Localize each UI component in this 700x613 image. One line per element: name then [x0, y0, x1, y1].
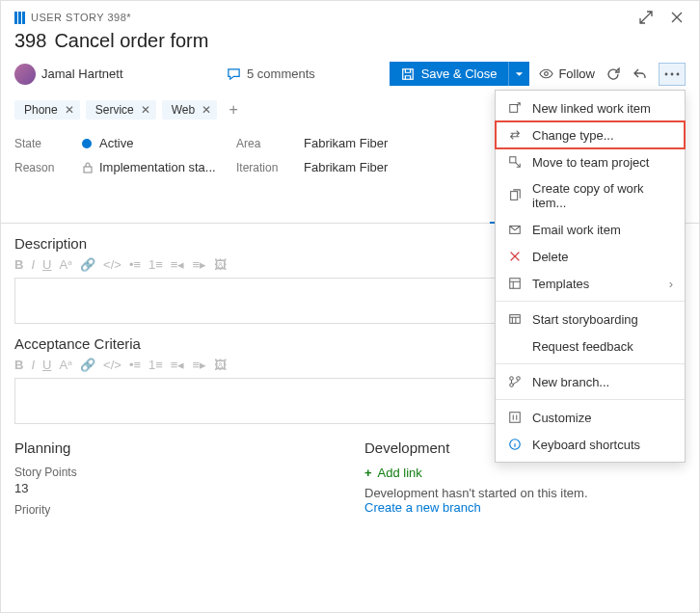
templates-icon [507, 276, 523, 291]
iteration-field[interactable]: Fabrikam Fiber [304, 160, 497, 174]
svg-point-1 [545, 72, 549, 76]
tag-service[interactable]: Service✕ [86, 100, 156, 120]
ellipsis-icon [664, 72, 680, 76]
tag-remove-icon[interactable]: ✕ [141, 103, 150, 117]
create-branch-link[interactable]: Create a new branch [364, 500, 686, 515]
priority-label: Priority [14, 503, 336, 517]
reason-label: Reason [14, 161, 82, 174]
email-icon [507, 222, 523, 237]
menu-shortcuts[interactable]: Keyboard shortcuts [496, 431, 685, 458]
more-actions-button[interactable] [659, 63, 686, 86]
menu-customize[interactable]: Customize [496, 404, 685, 431]
svg-rect-7 [510, 157, 516, 163]
lock-icon [82, 162, 94, 173]
tag-remove-icon[interactable]: ✕ [202, 103, 211, 117]
storyboard-icon [507, 311, 523, 327]
link-plus-icon [507, 100, 523, 116]
add-tag-button[interactable]: + [223, 99, 244, 120]
save-icon [401, 67, 415, 81]
info-icon [507, 437, 523, 452]
svg-point-4 [677, 72, 680, 75]
svg-rect-15 [510, 413, 521, 423]
add-link-button[interactable]: +Add link [364, 466, 686, 480]
tag-web[interactable]: Web✕ [162, 100, 217, 120]
area-label: Area [236, 137, 304, 150]
svg-rect-0 [402, 68, 413, 79]
chevron-right-icon: › [669, 277, 673, 291]
story-points-value[interactable]: 13 [14, 481, 336, 495]
assignee-name: Jamal Hartnett [41, 67, 123, 81]
assignee-field[interactable]: Jamal Hartnett [14, 64, 188, 85]
svg-point-2 [665, 72, 668, 75]
iteration-label: Iteration [236, 161, 304, 174]
state-dot-icon [82, 139, 92, 148]
copy-icon [507, 188, 523, 203]
save-close-button[interactable]: Save & Close [390, 62, 530, 86]
svg-point-14 [517, 377, 521, 381]
svg-point-3 [671, 72, 674, 75]
open-full-icon[interactable] [637, 9, 655, 26]
menu-email[interactable]: Email work item [496, 216, 685, 243]
delete-icon [507, 249, 523, 264]
user-story-icon [14, 12, 25, 24]
work-item-type-label: USER STORY 398* [14, 12, 131, 24]
close-icon[interactable] [668, 9, 686, 26]
comment-icon [227, 67, 241, 81]
development-text: Development hasn't started on this item. [364, 486, 686, 500]
feedback-icon [507, 338, 523, 354]
move-icon [507, 154, 523, 170]
svg-rect-8 [511, 192, 518, 200]
save-dropdown-button[interactable] [508, 62, 529, 86]
menu-new-branch[interactable]: New branch... [496, 368, 685, 395]
svg-rect-5 [84, 167, 92, 173]
tag-remove-icon[interactable]: ✕ [65, 103, 74, 117]
svg-rect-6 [510, 105, 518, 113]
svg-point-12 [510, 377, 514, 381]
svg-rect-10 [510, 279, 521, 289]
state-label: State [14, 137, 82, 150]
area-field[interactable]: Fabrikam Fiber [304, 136, 497, 150]
svg-rect-11 [510, 315, 521, 324]
story-points-label: Story Points [14, 466, 336, 479]
more-actions-menu: New linked work item Change type... Move… [495, 90, 686, 463]
planning-heading: Planning [14, 440, 336, 456]
menu-delete[interactable]: Delete [496, 243, 685, 270]
menu-templates[interactable]: Templates› [496, 270, 685, 297]
state-field[interactable]: Active [82, 136, 236, 150]
follow-button[interactable]: Follow [539, 67, 595, 81]
customize-icon [507, 410, 523, 425]
branch-icon [507, 374, 523, 389]
undo-icon[interactable] [632, 66, 649, 83]
menu-create-copy[interactable]: Create copy of work item... [496, 175, 685, 216]
menu-storyboard[interactable]: Start storyboarding [496, 306, 685, 333]
work-item-title[interactable]: 398Cancel order form [14, 30, 686, 52]
reason-field[interactable]: Implementation sta... [82, 160, 236, 174]
menu-feedback[interactable]: Request feedback [496, 333, 685, 360]
tag-phone[interactable]: Phone✕ [14, 100, 80, 120]
eye-icon [539, 67, 553, 81]
plus-icon: + [364, 466, 372, 480]
menu-move-team[interactable]: Move to team project [496, 148, 685, 175]
menu-change-type[interactable]: Change type... [496, 121, 685, 148]
svg-point-13 [510, 384, 514, 387]
menu-new-linked[interactable]: New linked work item [496, 94, 685, 121]
comments-link[interactable]: 5 comments [227, 67, 315, 81]
avatar [14, 64, 36, 85]
change-type-icon [507, 127, 523, 143]
refresh-icon[interactable] [605, 66, 622, 83]
